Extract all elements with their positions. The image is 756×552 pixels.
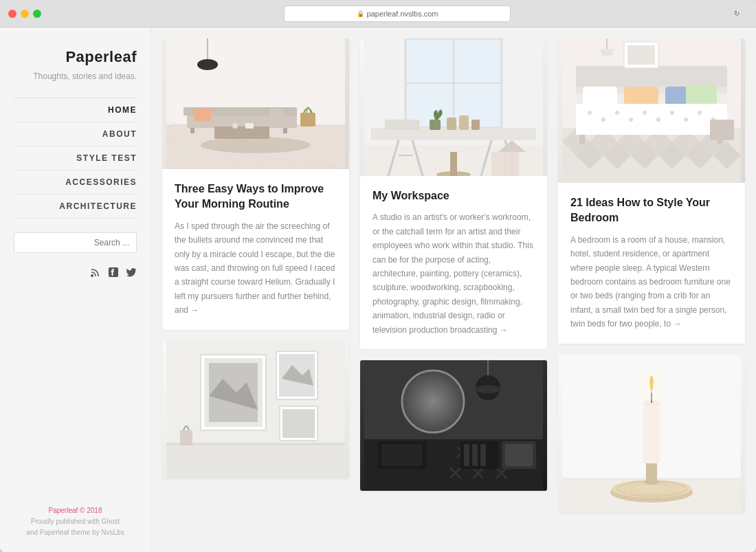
svg-rect-89 [576, 66, 727, 87]
svg-rect-18 [269, 109, 283, 121]
svg-point-99 [615, 111, 619, 115]
traffic-lights [8, 10, 41, 18]
fullscreen-button[interactable] [33, 10, 41, 18]
svg-point-13 [197, 59, 218, 70]
search-container [14, 232, 137, 253]
svg-rect-10 [283, 128, 287, 133]
svg-point-15 [232, 123, 238, 129]
bedroom-excerpt: A bedroom is a room of a house, mansion,… [570, 233, 733, 331]
search-input[interactable] [14, 232, 137, 253]
svg-rect-64 [381, 444, 423, 466]
post-1-body: Three Easy Ways to Improve Your Morning … [162, 169, 349, 330]
post-1-excerpt: As I sped through the air the screeching… [175, 219, 337, 318]
svg-rect-44 [447, 118, 456, 130]
post-1-title: Three Easy Ways to Improve Your Morning … [175, 181, 337, 212]
masonry-grid: Three Easy Ways to Improve Your Morning … [162, 38, 745, 513]
masonry-col-1: Three Easy Ways to Improve Your Morning … [162, 38, 349, 478]
svg-marker-111 [600, 49, 614, 56]
svg-point-105 [698, 111, 702, 115]
svg-rect-123 [643, 403, 660, 463]
svg-rect-14 [214, 126, 269, 139]
workspace-image [360, 38, 547, 176]
footer-line3: and Paperleaf theme by NvsLbs [14, 527, 137, 538]
dark-room-image: ✕ ✕ ✕ ✕ ✕ ✕ [360, 360, 547, 491]
frames-image [162, 341, 349, 478]
close-button[interactable] [8, 10, 16, 18]
rss-icon[interactable] [90, 267, 101, 280]
candle-image [558, 355, 745, 513]
site-tagline: Thoughts, stories and ideas. [14, 71, 137, 81]
nav-accessories[interactable]: ACCESSORIES [14, 170, 137, 195]
masonry-col-3: 21 Ideas How to Style Your Bedroom A bed… [558, 38, 745, 513]
social-links [14, 267, 137, 280]
site-logo: Paperleaf [14, 48, 137, 66]
svg-point-98 [601, 118, 605, 122]
post-card-bedroom[interactable]: 21 Ideas How to Style Your Bedroom A bed… [558, 38, 745, 344]
svg-rect-47 [430, 120, 441, 130]
svg-rect-16 [245, 123, 254, 129]
sidebar: Paperleaf Thoughts, stories and ideas. H… [0, 27, 151, 552]
svg-rect-30 [180, 430, 192, 445]
browser-window: 🔒 paperleaf.nvslbs.com ↻ Paperleaf Thoug… [0, 0, 756, 552]
post-1-image [162, 38, 349, 169]
post-card-dark[interactable]: ✕ ✕ ✕ ✕ ✕ ✕ [360, 360, 547, 491]
sidebar-nav: HOME ABOUT STYLE TEST ACCESSORIES ARCHIT… [14, 98, 137, 219]
twitter-icon[interactable] [126, 267, 137, 280]
svg-point-100 [629, 118, 633, 122]
workspace-title: My Workspace [373, 188, 535, 203]
bedroom-body: 21 Ideas How to Style Your Bedroom A bed… [558, 183, 745, 344]
browser-body: Paperleaf Thoughts, stories and ideas. H… [0, 27, 756, 552]
svg-point-127 [639, 371, 664, 401]
svg-rect-50 [450, 152, 457, 176]
nav-architecture[interactable]: ARCHITECTURE [14, 195, 137, 219]
browser-chrome: 🔒 paperleaf.nvslbs.com ↻ [0, 0, 756, 27]
svg-rect-21 [166, 444, 345, 478]
address-bar[interactable]: 🔒 paperleaf.nvslbs.com [284, 5, 511, 22]
svg-rect-68 [464, 444, 469, 466]
svg-point-103 [670, 111, 674, 115]
sidebar-footer: Paperleaf © 2018 Proudly published with … [14, 492, 137, 538]
lock-icon: 🔒 [357, 10, 364, 17]
post-card-candle[interactable] [558, 355, 745, 513]
svg-rect-46 [471, 120, 480, 130]
svg-rect-121 [646, 461, 657, 483]
svg-rect-109 [627, 45, 655, 65]
minimize-button[interactable] [21, 10, 29, 18]
svg-rect-17 [194, 109, 211, 121]
bedroom-title: 21 Ideas How to Style Your Bedroom [570, 195, 733, 226]
nav-home[interactable]: HOME [14, 98, 137, 122]
svg-point-58 [403, 372, 463, 431]
svg-rect-70 [480, 444, 486, 466]
svg-rect-90 [579, 133, 585, 144]
workspace-body: My Workspace A studio is an artist's or … [360, 176, 547, 349]
svg-rect-69 [472, 444, 478, 466]
svg-point-0 [91, 274, 93, 277]
url-text: paperleaf.nvslbs.com [367, 10, 438, 18]
workspace-excerpt: A studio is an artist's or worker's work… [373, 210, 535, 337]
svg-rect-28 [282, 409, 315, 438]
masonry-col-2: My Workspace A studio is an artist's or … [360, 38, 547, 491]
post-card-1[interactable]: Three Easy Ways to Improve Your Morning … [162, 38, 349, 330]
bedroom-image [558, 38, 745, 183]
footer-line2: Proudly published with Ghost [14, 516, 137, 527]
svg-point-61 [476, 385, 500, 393]
refresh-button[interactable]: ↻ [731, 8, 742, 19]
nav-style-test[interactable]: STYLE TEST [14, 146, 137, 170]
post-card-workspace[interactable]: My Workspace A studio is an artist's or … [360, 38, 547, 349]
post-card-frames[interactable] [162, 341, 349, 478]
svg-point-102 [656, 118, 660, 122]
paperleaf-link[interactable]: Paperleaf © 2018 [49, 507, 102, 514]
facebook-icon[interactable] [108, 267, 119, 280]
main-content: Three Easy Ways to Improve Your Morning … [151, 27, 756, 552]
svg-point-104 [684, 118, 688, 122]
svg-rect-72 [505, 444, 533, 466]
svg-point-11 [201, 137, 311, 153]
svg-rect-96 [576, 104, 727, 135]
nav-about[interactable]: ABOUT [14, 122, 137, 146]
svg-rect-48 [385, 120, 419, 130]
svg-rect-19 [300, 113, 315, 126]
svg-rect-9 [190, 128, 194, 133]
svg-point-97 [588, 111, 592, 115]
svg-point-101 [643, 111, 647, 115]
svg-rect-107 [710, 120, 734, 140]
